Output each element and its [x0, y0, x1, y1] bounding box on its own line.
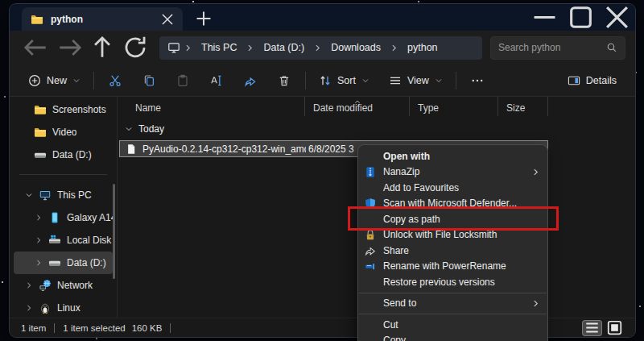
search-input[interactable]: [498, 42, 606, 53]
sidebar-item-galaxy-a14[interactable]: Galaxy A14: [14, 206, 113, 229]
breadcrumb-item-downloads[interactable]: Downloads: [325, 40, 386, 55]
refresh-button[interactable]: [122, 35, 149, 60]
view-toggles: [583, 321, 624, 335]
new-button[interactable]: New: [21, 69, 88, 92]
menu-item-restore-previous-versions[interactable]: Restore previous versions: [358, 274, 547, 290]
submenu-arrow-icon: [531, 168, 540, 177]
details-view-button[interactable]: [583, 321, 601, 335]
more-icon: [471, 74, 484, 87]
sort-button[interactable]: Sort: [312, 69, 377, 92]
chevron-down-icon: [361, 77, 369, 85]
drive-os-icon: [48, 234, 61, 247]
menu-item-cut[interactable]: Cut: [358, 317, 547, 333]
delete-button[interactable]: [269, 68, 299, 94]
chevron-right-icon[interactable]: [35, 214, 43, 222]
sidebar-item-this-pc[interactable]: This PC: [14, 184, 113, 206]
status-divider: [170, 323, 171, 333]
sidebar-item-network[interactable]: Network: [14, 274, 113, 297]
chevron-down-icon: [435, 77, 443, 85]
menu-item-rename-with-powerrename[interactable]: Rename with PowerRename: [358, 259, 547, 275]
more-options-button[interactable]: [462, 68, 493, 94]
new-tab-button[interactable]: [193, 10, 214, 27]
toolbar-divider: [305, 72, 306, 89]
thumbnail-view-button[interactable]: [605, 321, 624, 335]
chevron-right-icon[interactable]: [25, 304, 33, 312]
paste-icon: [176, 74, 189, 87]
column-header-date-modified[interactable]: Date modified: [305, 97, 410, 116]
chevron-right-icon[interactable]: [25, 281, 33, 289]
thispc-icon: [39, 189, 52, 202]
breadcrumb-item-this-pc[interactable]: This PC: [196, 40, 242, 55]
copy-button[interactable]: [134, 68, 164, 94]
sidebar-scrollbar[interactable]: [113, 184, 115, 279]
close-button[interactable]: [599, 4, 635, 31]
menu-item-copy-as-path[interactable]: Copy as path: [358, 211, 547, 227]
sidebar-separator: [19, 174, 107, 175]
maximize-button[interactable]: [563, 4, 599, 31]
menu-item-add-to-favourites[interactable]: Add to Favourites: [358, 180, 547, 196]
sidebar-item-data-d[interactable]: Data (D:): [14, 252, 113, 274]
rename-button[interactable]: [201, 68, 232, 94]
column-header-name[interactable]: Name: [118, 97, 305, 116]
paste-button[interactable]: [167, 68, 198, 94]
selection-info: 1 item selected: [63, 323, 125, 333]
menu-icon-slot: [364, 213, 377, 225]
menu-item-nanazip[interactable]: NanaZip: [358, 164, 547, 181]
tab-python[interactable]: python: [22, 7, 183, 31]
folder-icon: [34, 103, 47, 116]
chevron-down-icon[interactable]: [25, 191, 33, 199]
minimize-button[interactable]: [526, 4, 563, 31]
breadcrumb-chevron-icon: [246, 44, 254, 52]
breadcrumb-item-data-d[interactable]: Data (D:): [258, 40, 310, 55]
tab-close-icon[interactable]: [159, 11, 176, 27]
view-button[interactable]: View: [382, 69, 450, 92]
menu-item-scan-with-microsoft-defender[interactable]: Scan with Microsoft Defender...: [358, 196, 547, 212]
context-menu: Open withNanaZipAdd to FavouritesScan wi…: [357, 144, 548, 341]
view-icon: [389, 74, 402, 87]
menu-item-open-with[interactable]: Open with: [358, 148, 547, 164]
share-icon: [244, 74, 257, 87]
breadcrumb-chevron-icon: [184, 44, 192, 52]
folder-icon: [34, 126, 47, 139]
share-outline-icon: [364, 244, 377, 256]
window-controls: [526, 4, 635, 31]
sidebar-item-screenshots[interactable]: Screenshots: [14, 98, 113, 121]
group-header-today[interactable]: Today: [118, 120, 635, 138]
copy-icon: [142, 74, 155, 87]
menu-item-send-to[interactable]: Send to: [358, 296, 547, 312]
details-button[interactable]: Details: [560, 69, 624, 92]
menu-icon-slot: [364, 276, 377, 288]
share-button[interactable]: [235, 68, 266, 94]
cut-button[interactable]: [100, 68, 130, 94]
breadcrumb[interactable]: This PCData (D:)Downloadspython: [159, 36, 482, 60]
menu-icon-slot: [364, 297, 377, 310]
forward-button[interactable]: [56, 35, 83, 60]
menu-item-unlock-with-file-locksmith[interactable]: Unlock with File Locksmith: [358, 227, 547, 243]
chevron-right-icon[interactable]: [35, 236, 43, 244]
sort-label: Sort: [337, 75, 356, 86]
column-header-type[interactable]: Type: [410, 97, 498, 116]
selection-size: 160 KB: [132, 323, 163, 333]
toolbar-divider: [456, 72, 456, 89]
menu-icon-slot: [364, 318, 377, 331]
column-headers: NameDate modifiedTypeSize: [118, 97, 635, 116]
menu-item-share[interactable]: Share: [358, 243, 547, 259]
sidebar-item-data-d[interactable]: Data (D:): [14, 143, 113, 166]
sidebar-item-video[interactable]: Video: [14, 121, 113, 143]
breadcrumb-item-python[interactable]: python: [402, 40, 444, 55]
chevron-right-icon[interactable]: [35, 259, 43, 267]
search-box[interactable]: [490, 36, 625, 60]
menu-separator: [359, 314, 547, 314]
chevron-down-icon: [125, 125, 133, 133]
up-button[interactable]: [89, 35, 116, 60]
locksmith-icon: [364, 229, 377, 241]
penguin-icon: [39, 301, 52, 314]
sidebar-item-local-disk-c[interactable]: Local Disk (C:): [14, 229, 113, 252]
submenu-arrow-icon: [531, 299, 540, 308]
sidebar-item-linux[interactable]: Linux: [14, 297, 113, 319]
navigation-bar: This PCData (D:)Downloadspython: [10, 31, 635, 64]
back-button[interactable]: [23, 35, 50, 60]
sort-icon: [319, 74, 332, 87]
column-header-size[interactable]: Size: [498, 97, 548, 116]
menu-item-copy[interactable]: Copy: [358, 333, 547, 341]
